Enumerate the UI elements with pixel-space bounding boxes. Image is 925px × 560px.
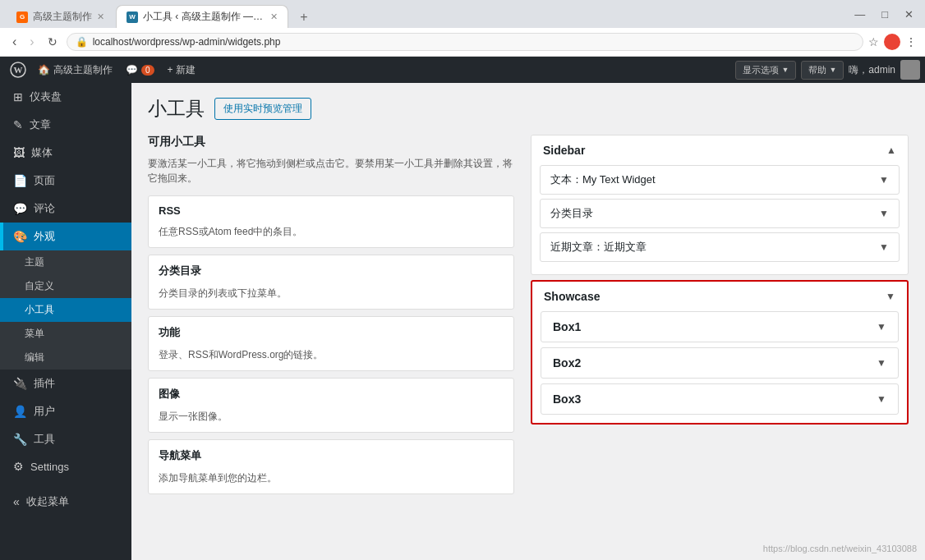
sidebar-item-comments[interactable]: 💬 评论	[0, 195, 131, 223]
admin-bar-home[interactable]: 🏠 高级主题制作	[31, 57, 119, 83]
sidebar-item-tools[interactable]: 🔧 工具	[0, 425, 131, 453]
sidebar-area-title: Sidebar	[543, 144, 585, 157]
tab1-close[interactable]: ✕	[97, 11, 104, 22]
media-icon: 🖼	[13, 146, 25, 159]
menu-button[interactable]: ⋮	[905, 35, 917, 48]
settings-label: Settings	[30, 461, 69, 473]
widget-rss[interactable]: RSS 任意RSS或Atom feed中的条目。	[148, 195, 514, 248]
sidebar-item-widgets[interactable]: 小工具	[0, 298, 131, 322]
browser-chrome: G 高级主题制作 ✕ W 小工具 ‹ 高级主题制作 — Word... ✕ + …	[0, 0, 925, 57]
page-title-row: 小工具 使用实时预览管理	[148, 96, 909, 122]
tools-icon: 🔧	[13, 433, 27, 446]
close-button[interactable]: ✕	[900, 7, 918, 22]
sidebar-item-menus[interactable]: 菜单	[0, 322, 131, 346]
help-label: 帮助	[808, 64, 826, 76]
showcase-box1-title: Box1	[553, 320, 581, 333]
sidebar-item-plugins[interactable]: 🔌 插件	[0, 370, 131, 397]
tools-label: 工具	[34, 432, 55, 447]
showcase-box3[interactable]: Box3 ▼	[541, 383, 899, 415]
reload-button[interactable]: ↻	[44, 34, 62, 50]
admin-avatar	[900, 60, 920, 80]
sidebar-item-appearance[interactable]: 🎨 外观	[0, 223, 131, 250]
help-chevron-icon: ▼	[829, 66, 836, 74]
tab2-favicon: W	[127, 11, 138, 23]
sidebar-widget-area: Sidebar ▲ 文本：My Text Widget ▼	[531, 135, 909, 275]
widget-image-desc: 显示一张图像。	[149, 410, 513, 432]
browser-tab-1[interactable]: G 高级主题制作 ✕	[7, 6, 114, 28]
forward-button[interactable]: ›	[25, 33, 38, 51]
address-input[interactable]	[93, 36, 854, 48]
available-widgets-title: 可用小工具	[148, 135, 514, 149]
widget-image[interactable]: 图像 显示一张图像。	[148, 378, 514, 433]
sidebar-item-posts[interactable]: ✎ 文章	[0, 111, 131, 139]
inner-widget-categories[interactable]: 分类目录 ▼	[540, 199, 900, 228]
comment-icon: 💬	[126, 64, 138, 76]
back-button[interactable]: ‹	[8, 33, 21, 51]
bookmark-button[interactable]: ☆	[868, 35, 879, 48]
greeting-text: 嗨，admin	[849, 63, 895, 77]
admin-bar-comments[interactable]: 💬 0	[119, 57, 161, 83]
wp-sidebar: ⊞ 仪表盘 ✎ 文章 🖼 媒体 📄 页面 💬 评论 🎨 外观 主题	[0, 83, 131, 560]
sidebar-area-chevron: ▲	[886, 145, 896, 156]
showcase-box1[interactable]: Box1 ▼	[541, 311, 899, 342]
window-controls: — □ ✕	[849, 3, 918, 25]
sidebar-item-users[interactable]: 👤 用户	[0, 397, 131, 425]
browser-tab-2[interactable]: W 小工具 ‹ 高级主题制作 — Word... ✕	[116, 5, 288, 28]
comments-label: 评论	[34, 201, 55, 216]
sidebar-item-settings[interactable]: ⚙ Settings	[0, 453, 131, 480]
new-tab-button[interactable]: +	[293, 7, 315, 28]
admin-bar-new[interactable]: + 新建	[161, 57, 202, 83]
dashboard-label: 仪表盘	[30, 90, 62, 104]
tab2-label: 小工具 ‹ 高级主题制作 — Word...	[143, 10, 265, 24]
inner-widget-text[interactable]: 文本：My Text Widget ▼	[540, 165, 900, 195]
sidebar-item-media[interactable]: 🖼 媒体	[0, 139, 131, 167]
help-button[interactable]: 帮助 ▼	[801, 61, 844, 80]
widget-meta[interactable]: 功能 登录、RSS和WordPress.org的链接。	[148, 316, 514, 371]
tab2-close[interactable]: ✕	[270, 11, 278, 22]
comments-icon: 💬	[13, 202, 27, 215]
sidebar-item-customize[interactable]: 自定义	[0, 274, 131, 298]
widget-nav-menu-desc: 添加导航菜单到您的边栏。	[149, 471, 513, 493]
sidebar-item-collapse[interactable]: « 收起菜单	[0, 488, 131, 516]
live-preview-button[interactable]: 使用实时预览管理	[214, 98, 311, 120]
sidebar-item-editor[interactable]: 编辑	[0, 346, 131, 370]
watermark: https://blog.csdn.net/weixin_43103088	[763, 544, 917, 553]
browser-toolbar: ‹ › ↻ 🔒 ☆ ⋮	[0, 28, 925, 57]
browser-tabs: G 高级主题制作 ✕ W 小工具 ‹ 高级主题制作 — Word... ✕ +	[7, 0, 849, 28]
inner-widget-text-title: 文本：My Text Widget	[550, 172, 656, 187]
widgets-layout: 可用小工具 要激活某一小工具，将它拖动到侧栏或点击它。要禁用某一小工具并删除其设…	[148, 135, 909, 501]
chevron-down-icon: ▼	[781, 66, 789, 74]
widget-categories[interactable]: 分类目录 分类目录的列表或下拉菜单。	[148, 255, 514, 310]
widget-nav-menu[interactable]: 导航菜单 添加导航菜单到您的边栏。	[148, 439, 514, 494]
display-options-button[interactable]: 显示选项 ▼	[735, 61, 796, 80]
wp-logo[interactable]: W	[5, 57, 31, 83]
sidebar-item-pages[interactable]: 📄 页面	[0, 167, 131, 195]
sidebar-area-header[interactable]: Sidebar ▲	[532, 135, 908, 165]
profile-icon	[884, 34, 900, 50]
appearance-label: 外观	[34, 229, 55, 244]
maximize-button[interactable]: □	[877, 7, 893, 22]
house-icon: 🏠	[38, 64, 50, 76]
sidebar-item-themes[interactable]: 主题	[0, 250, 131, 274]
inner-widget-categories-chevron: ▼	[879, 208, 889, 219]
showcase-box2[interactable]: Box2 ▼	[541, 347, 899, 379]
showcase-box1-header: Box1 ▼	[541, 312, 898, 342]
settings-icon: ⚙	[13, 460, 24, 473]
widget-areas-panel: Sidebar ▲ 文本：My Text Widget ▼	[531, 135, 909, 501]
widget-nav-menu-header: 导航菜单	[149, 440, 513, 471]
appearance-icon: 🎨	[13, 230, 27, 243]
sidebar-area-content: 文本：My Text Widget ▼ 分类目录 ▼	[532, 165, 908, 274]
showcase-box3-title: Box3	[553, 392, 581, 406]
address-bar-container: 🔒	[67, 33, 863, 51]
showcase-box2-title: Box2	[553, 356, 581, 370]
minimize-button[interactable]: —	[849, 7, 870, 22]
inner-widget-recent-posts[interactable]: 近期文章：近期文章 ▼	[540, 232, 900, 262]
admin-bar-right: 显示选项 ▼ 帮助 ▼ 嗨，admin	[735, 60, 920, 80]
display-options-label: 显示选项	[743, 64, 779, 76]
inner-widget-recent-posts-chevron: ▼	[879, 241, 889, 253]
showcase-area-header[interactable]: Showcase ▼	[532, 282, 907, 311]
page-title: 小工具	[148, 96, 205, 122]
inner-widget-recent-posts-header: 近期文章：近期文章 ▼	[541, 233, 899, 261]
showcase-box1-chevron: ▼	[877, 321, 886, 333]
sidebar-item-dashboard[interactable]: ⊞ 仪表盘	[0, 83, 131, 111]
